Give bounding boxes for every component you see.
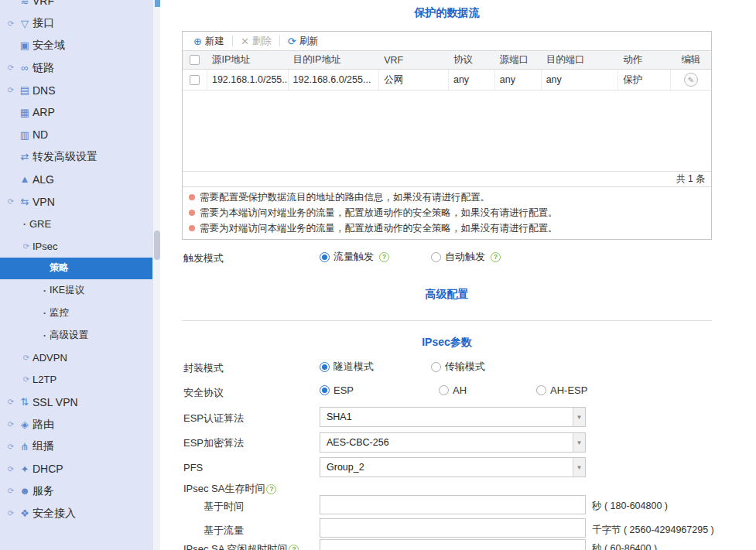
bullet-icon: · xyxy=(40,307,50,319)
sidebar-item-安全域[interactable]: ▣安全域 xyxy=(0,35,152,57)
radio-icon[interactable] xyxy=(431,252,441,262)
sidebar-item-gre[interactable]: ·GRE xyxy=(0,213,152,235)
sidebar-item-advpn[interactable]: ⟳ADVPN xyxy=(0,347,152,369)
radio-option-自动触发[interactable]: 自动触发? xyxy=(431,250,501,264)
expand-icon[interactable]: ⟳ xyxy=(5,197,17,206)
table-cell: 192.168.6.0/255... xyxy=(289,70,380,90)
sidebar-item-组播[interactable]: ⟳⋔组播 xyxy=(0,436,152,458)
esp-auth-select[interactable]: SHA1 ▼ xyxy=(320,407,586,427)
main-content: 保护的数据流 ⊕ 新建 ✕ 删除 ⟳ 刷新 源IP地址目的IP地址VRF协议源端… xyxy=(160,0,756,550)
delete-button[interactable]: ✕ 删除 xyxy=(236,35,276,48)
radio-option-ESP[interactable]: ESP xyxy=(320,384,354,396)
chevron-down-icon[interactable]: ▼ xyxy=(573,433,585,452)
radio-option-隧道模式[interactable]: 隧道模式 xyxy=(320,360,374,374)
sidebar-item-alg[interactable]: ▲ALG xyxy=(0,168,152,190)
expand-icon[interactable]: ⟳ xyxy=(5,398,17,406)
radio-icon[interactable] xyxy=(431,362,441,372)
sidebar-item-arp[interactable]: ▦ARP xyxy=(0,101,152,124)
radio-icon[interactable] xyxy=(320,252,330,262)
expand-icon[interactable]: ⟳ xyxy=(5,19,17,28)
expand-icon[interactable]: ⟳ xyxy=(5,420,17,429)
sidebar-item-链路[interactable]: ⟳∞链路 xyxy=(0,56,152,79)
sidebar-item-vrf[interactable]: ≋VRF xyxy=(0,0,152,12)
sidebar-item-l2tp[interactable]: ⟳L2TP xyxy=(0,369,152,391)
advanced-config-link[interactable]: 高级配置 xyxy=(182,288,712,302)
expand-icon[interactable]: ⟳ xyxy=(20,242,32,251)
sidebar-item-label: ADVPN xyxy=(32,352,67,364)
radio-icon[interactable] xyxy=(439,385,449,395)
edit-row-button[interactable]: ✎ xyxy=(684,73,698,87)
esp-encrypt-select[interactable]: AES-CBC-256 ▼ xyxy=(320,432,586,453)
sidebar-scrollbar[interactable] xyxy=(152,0,160,550)
sidebar-item-路由[interactable]: ⟳◈路由 xyxy=(0,413,152,436)
sidebar-item-dns[interactable]: ⟳▤DNS xyxy=(0,79,152,101)
radio-icon[interactable] xyxy=(320,362,330,372)
sidebar-item-策略[interactable]: 策略 xyxy=(0,258,152,280)
sidebar-item-label: ARP xyxy=(32,106,55,118)
idle-timeout-input[interactable] xyxy=(320,539,586,550)
help-icon[interactable]: ? xyxy=(289,545,299,550)
sidebar-item-label: DHCP xyxy=(32,463,63,475)
table-cell: any xyxy=(542,70,619,90)
expand-icon[interactable]: ⟳ xyxy=(5,487,17,495)
protected-flow-panel: ⊕ 新建 ✕ 删除 ⟳ 刷新 源IP地址目的IP地址VRF协议源端口目的端口动作… xyxy=(182,31,712,240)
sidebar-scrollbar-thumb[interactable] xyxy=(154,231,160,260)
table-header: 源IP地址目的IP地址VRF协议源端口目的端口动作编辑 xyxy=(183,51,711,70)
ipsec-params-title: IPsec参数 xyxy=(182,336,712,350)
sidebar-item-监控[interactable]: ·监控 xyxy=(0,302,152,324)
bullet-icon: · xyxy=(40,285,50,296)
new-button[interactable]: ⊕ 新建 xyxy=(189,35,229,48)
sidebar-item-接口[interactable]: ⟳▽接口 xyxy=(0,12,152,35)
expand-icon[interactable]: ⟳ xyxy=(5,442,17,451)
sidebar-item-ipsec[interactable]: ⟳IPsec xyxy=(0,235,152,258)
radio-option-AH[interactable]: AH xyxy=(439,384,467,396)
toolbar-divider xyxy=(279,36,280,46)
table-row[interactable]: 192.168.1.0/255...192.168.6.0/255...公网an… xyxy=(183,70,711,91)
chevron-down-icon[interactable]: ▼ xyxy=(573,458,585,477)
note-text: 需要配置受保护数据流目的地址的路由信息，如果没有请进行配置。 xyxy=(200,191,490,204)
radio-icon[interactable] xyxy=(320,385,330,395)
sidebar-item-服务[interactable]: ⟳☻服务 xyxy=(0,480,152,503)
sidebar-item-转发高级设置[interactable]: ⇄转发高级设置 xyxy=(0,146,152,169)
expand-icon[interactable]: ⟳ xyxy=(5,63,17,72)
sidebar-item-ssl-vpn[interactable]: ⟳⇅SSL VPN xyxy=(0,391,152,413)
note-text: 需要为本端访问对端业务的流量，配置放通动作的安全策略，如果没有请进行配置。 xyxy=(200,207,558,220)
help-icon[interactable]: ? xyxy=(491,252,501,262)
radio-label: AH xyxy=(453,384,467,396)
help-icon[interactable]: ? xyxy=(266,484,276,494)
expand-icon[interactable]: ⟳ xyxy=(20,375,32,384)
route-icon: ◈ xyxy=(17,418,32,430)
toolbar-divider xyxy=(232,36,233,46)
trigger-mode-label: 触发模式 xyxy=(183,251,224,265)
radio-icon[interactable] xyxy=(536,385,546,395)
refresh-button[interactable]: ⟳ 刷新 xyxy=(283,35,323,48)
radio-option-流量触发[interactable]: 流量触发? xyxy=(320,250,389,264)
sidebar-item-dhcp[interactable]: ⟳✦DHCP xyxy=(0,458,152,480)
radio-option-AH-ESP[interactable]: AH-ESP xyxy=(536,384,587,396)
sidebar-item-高级设置[interactable]: ·高级设置 xyxy=(0,324,152,347)
expand-icon[interactable]: ⟳ xyxy=(5,509,17,518)
idle-timeout-unit: 秒 ( 60-86400 ) xyxy=(592,542,657,550)
sidebar-item-label: DNS xyxy=(32,84,56,97)
sidebar-item-nd[interactable]: ▥ND xyxy=(0,124,152,146)
row-checkbox[interactable] xyxy=(190,75,200,85)
radio-option-传输模式[interactable]: 传输模式 xyxy=(431,360,485,374)
time-based-input[interactable] xyxy=(320,495,586,514)
table-body: 192.168.1.0/255...192.168.6.0/255...公网an… xyxy=(183,70,711,91)
expand-icon[interactable]: ⟳ xyxy=(5,86,17,94)
expand-icon[interactable]: ⟳ xyxy=(20,354,32,362)
notes-area: 需要配置受保护数据流目的地址的路由信息，如果没有请进行配置。需要为本端访问对端业… xyxy=(183,186,711,239)
radio-label: 流量触发 xyxy=(334,250,374,264)
help-icon[interactable]: ? xyxy=(379,252,389,262)
sidebar-item-ike提议[interactable]: ·IKE提议 xyxy=(0,279,152,302)
column-header: 源端口 xyxy=(495,53,542,67)
select-all-checkbox[interactable] xyxy=(190,55,200,65)
chevron-down-icon[interactable]: ▼ xyxy=(573,408,585,426)
sidebar-item-安全接入[interactable]: ⟳❖安全接入 xyxy=(0,502,152,524)
sidebar-item-vpn[interactable]: ⟳⇆VPN xyxy=(0,190,152,213)
pfs-select[interactable]: Group_2 ▼ xyxy=(320,457,586,477)
secure-access-icon: ❖ xyxy=(17,507,32,519)
expand-icon[interactable]: ⟳ xyxy=(5,465,17,473)
traffic-based-input[interactable] xyxy=(320,518,586,538)
sidebar-item-label: 接口 xyxy=(32,16,54,30)
